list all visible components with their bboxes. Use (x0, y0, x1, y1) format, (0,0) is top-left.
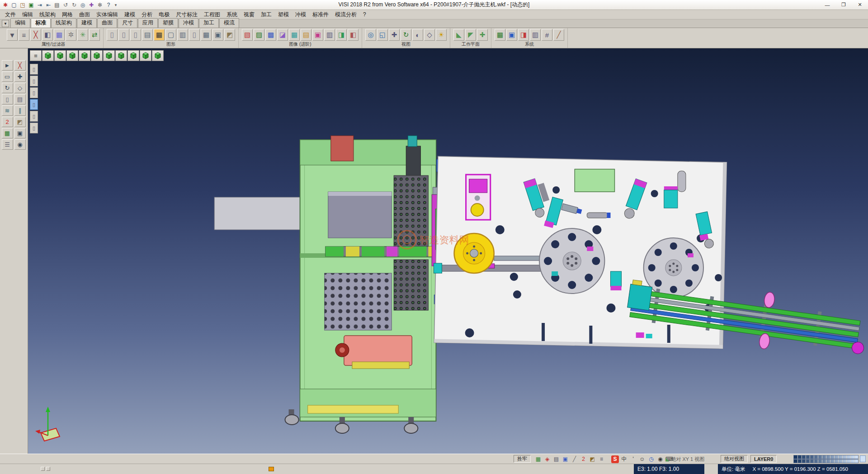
cad-model-turntable-right[interactable] (644, 238, 703, 298)
palette-status-icon[interactable]: ◩ (589, 455, 596, 463)
strip-doc-icon[interactable]: ▯ (30, 64, 38, 75)
grid-tool-icon[interactable]: ▦ (2, 128, 13, 138)
doc-icon[interactable]: ▢ (165, 29, 176, 41)
erase-icon[interactable]: ╳ (30, 29, 41, 41)
menu-item[interactable]: 视窗 (241, 10, 258, 19)
tab-dropdown-icon[interactable]: ▼ (2, 20, 9, 27)
cad-model-cylinder-horizontal[interactable] (587, 213, 610, 218)
shaded-view-icon[interactable]: ◐ (412, 29, 423, 41)
plane-3pt-icon[interactable]: ✚ (477, 29, 488, 41)
box-tool-icon[interactable]: ▭ (2, 71, 13, 82)
tab[interactable]: 模流 (219, 18, 239, 28)
tab[interactable]: 编辑 (10, 18, 30, 28)
snap-status-icon[interactable]: ◈ (543, 455, 551, 463)
viewcube-button[interactable] (127, 50, 139, 61)
gears-icon[interactable]: ✲ (66, 29, 76, 41)
select-filter-icon[interactable]: ▼ (7, 29, 18, 41)
wireframe-view-icon[interactable]: ◇ (424, 29, 435, 41)
render-orange-icon[interactable]: ▤ (301, 29, 311, 41)
clock-icon[interactable]: ◷ (647, 455, 655, 463)
menu-item[interactable]: ? (360, 10, 369, 19)
strip-doc-5-icon[interactable]: ▯ (30, 111, 38, 122)
plane-xy-icon[interactable]: ◣ (453, 29, 464, 41)
shade-half-icon[interactable]: ◨ (336, 29, 347, 41)
zoom-icon[interactable]: ◎ (79, 1, 87, 9)
tab[interactable]: 应用 (138, 18, 158, 28)
viewcube-button[interactable] (103, 50, 115, 61)
viewcube-button[interactable] (91, 50, 103, 61)
parallel-tool-icon[interactable]: ∥ (14, 105, 26, 116)
clip-icon[interactable]: ◧ (42, 29, 53, 41)
layers-status-icon[interactable]: ≡ (598, 455, 605, 463)
menu-item[interactable]: 标准件 (309, 10, 332, 19)
status-square-icon[interactable] (46, 467, 50, 471)
new-doc-icon[interactable]: ▢ (10, 1, 18, 9)
cylinder-3-icon[interactable]: ▯ (130, 29, 141, 41)
punct-icon[interactable]: ’ (629, 455, 637, 463)
monitor-icon[interactable]: ▣ (506, 29, 517, 41)
app-icon[interactable]: ✱ (1, 1, 9, 9)
table-icon[interactable]: ▦ (201, 29, 212, 41)
zoom-window-icon[interactable]: ◱ (377, 29, 388, 41)
menu-item[interactable]: 模流分析 (332, 10, 360, 19)
count-status-icon[interactable]: 2 (580, 455, 587, 463)
select-tool-icon[interactable]: ► (2, 60, 13, 71)
render-teal-icon[interactable]: ▦ (289, 29, 300, 41)
emoji-icon[interactable]: ☺ (638, 455, 646, 463)
calculator-icon[interactable]: ▥ (530, 29, 541, 41)
chip-icon[interactable]: ▦ (54, 29, 65, 41)
export-icon[interactable]: ⇤ (44, 1, 52, 9)
tab[interactable]: 曲面 (97, 18, 117, 28)
tab[interactable]: 建模 (77, 18, 97, 28)
lang-icon[interactable]: 中 (620, 455, 628, 463)
rotate-view-icon[interactable]: ↻ (401, 29, 411, 41)
undo-icon[interactable]: ↺ (61, 1, 70, 9)
menu-item[interactable]: 加工 (258, 10, 275, 19)
minimize-button[interactable]: — (819, 0, 835, 9)
settings-icon[interactable]: ✻ (96, 1, 104, 9)
import-icon[interactable]: ⇥ (36, 1, 44, 9)
cad-model-station-magenta[interactable] (466, 175, 491, 220)
strip-doc-3-icon[interactable]: ▯ (30, 87, 38, 98)
target-tool-icon[interactable]: ◉ (14, 139, 26, 150)
cross-tool-icon[interactable]: ✚ (14, 71, 26, 82)
tab[interactable]: 标准 (31, 18, 51, 28)
viewcube-button[interactable] (42, 50, 54, 61)
viewcube-button[interactable] (54, 50, 66, 61)
viewcube-menu-icon[interactable]: ≡ (30, 50, 42, 61)
close-button[interactable]: ✕ (852, 0, 868, 9)
pencil-slash-icon[interactable]: ╱ (553, 29, 564, 41)
zoom-all-icon[interactable]: ◎ (365, 29, 376, 41)
render-green-icon[interactable]: ▨ (254, 29, 264, 41)
lock-toggle[interactable]: 拴牢 (514, 455, 531, 463)
tab[interactable]: 尺寸 (118, 18, 137, 28)
list-tool-icon[interactable]: ☰ (2, 139, 13, 150)
active-graphic-icon[interactable]: ▦ (154, 29, 165, 41)
cylinder-icon[interactable]: ▯ (107, 29, 118, 41)
cad-model-turntable-left[interactable] (539, 228, 604, 294)
status-square-icon[interactable] (41, 467, 45, 471)
database-icon[interactable]: ▯ (189, 29, 200, 41)
render-purple-icon[interactable]: ◪ (277, 29, 288, 41)
help-icon[interactable]: ? (104, 1, 113, 9)
tab[interactable]: 加工 (199, 18, 219, 28)
combine-icon[interactable]: ▣ (212, 29, 223, 41)
shade-tool-icon[interactable]: ◩ (14, 117, 26, 127)
measure-icon[interactable]: ✚ (87, 1, 95, 9)
restore-button[interactable]: ❐ (835, 0, 852, 9)
viewport-3d[interactable]: 智造资料网 ≡ (28, 48, 868, 454)
sheet-tool-icon[interactable]: ▤ (14, 94, 26, 104)
redo-icon[interactable]: ↻ (70, 1, 78, 9)
quick-access-dropdown-icon[interactable]: ▾ (113, 1, 119, 9)
tab[interactable]: 冲模 (179, 18, 198, 28)
sogou-icon[interactable]: S (611, 455, 619, 463)
open-icon[interactable]: ◳ (19, 1, 27, 9)
doc-grid-icon[interactable]: ▤ (142, 29, 153, 41)
diamond-tool-icon[interactable]: ◇ (14, 83, 26, 93)
rotate-tool-icon[interactable]: ↻ (2, 83, 13, 93)
strip-doc-4-icon[interactable]: ▯ (30, 99, 38, 110)
tab[interactable]: 线架构 (51, 18, 76, 28)
pan-icon[interactable]: ✚ (389, 29, 400, 41)
render-blue-icon[interactable]: ▩ (265, 29, 276, 41)
viewcube-button[interactable] (115, 50, 127, 61)
